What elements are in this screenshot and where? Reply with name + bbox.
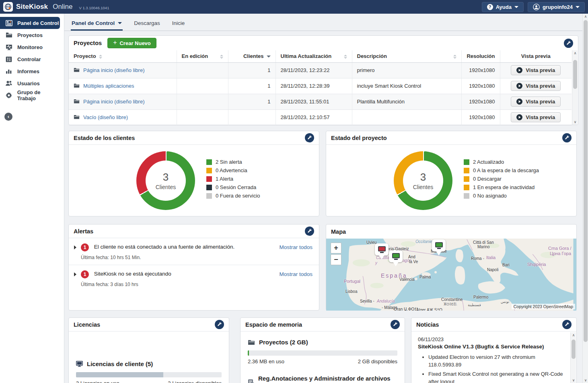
en-edicion-cell xyxy=(177,78,228,94)
news-content: 06/11/2023 SiteKiosk Online V1.3 (Bugfix… xyxy=(411,332,576,383)
legend-swatch xyxy=(206,176,212,182)
col-header-proyecto[interactable]: Proyecto xyxy=(69,50,177,62)
expand-triangle-icon[interactable] xyxy=(74,245,76,249)
news-bullet: Fixed Smart Kiosk Control not generating… xyxy=(428,371,566,383)
col-header-descripcion[interactable]: Descripción xyxy=(352,50,461,62)
sort-icon[interactable] xyxy=(453,55,456,59)
map-zoom-out-button[interactable]: − xyxy=(331,254,341,265)
clientes-cell: 1 xyxy=(228,78,275,94)
license-item-label: Licencias de cliente (5) xyxy=(87,360,153,367)
news-date: 06/11/2023 xyxy=(418,336,566,342)
sidebar-item-monitoreo[interactable]: Monitoreo xyxy=(0,41,60,53)
map-label: Crna Gora / xyxy=(548,246,571,251)
projects-table: Proyecto En edición Clientes Ultima Actu… xyxy=(69,50,572,126)
legend-label: 0 Advertencia xyxy=(216,167,247,173)
news-headline: SiteKiosk Online V1.3 (Bugfix & Service … xyxy=(418,344,566,350)
col-header-en-edicion[interactable]: En edición xyxy=(177,50,228,62)
legend-label: 0 No asignado xyxy=(473,193,507,199)
scroll-up-icon[interactable]: ∧ xyxy=(572,50,578,56)
scrollbar-thumb[interactable] xyxy=(573,60,577,89)
create-new-button[interactable]: + Crear Nuevo xyxy=(107,38,156,48)
scroll-up-icon[interactable]: ∧ xyxy=(583,14,588,19)
scrollbar-thumb[interactable] xyxy=(572,340,576,359)
table-row: Página inicio (diseño libre)128/11/2023,… xyxy=(69,94,572,109)
panel-title: Espacio de memoria xyxy=(245,321,302,328)
preview-button[interactable]: Vista previa xyxy=(511,81,561,91)
news-scrollbar[interactable]: ∧ ∨ xyxy=(570,332,576,383)
folder-icon xyxy=(74,83,80,89)
preview-button[interactable]: Vista previa xyxy=(511,97,561,107)
sidebar-item-usuarios[interactable]: Usuarios xyxy=(0,77,60,89)
sidebar-item-informes[interactable]: Informes xyxy=(0,65,60,77)
map-canvas[interactable]: + − Copyright 2023 OpenStreetMap UvieuVi… xyxy=(326,239,576,311)
project-name-link[interactable]: Múltiples aplicaciones xyxy=(83,83,134,89)
panel-settings-button[interactable] xyxy=(305,133,314,142)
legend-item: 1 En espera de inactividad xyxy=(464,184,539,190)
updated-cell: 28/11/2023, 11:55:01 xyxy=(275,94,352,109)
help-button[interactable]: ? Ayuda xyxy=(482,2,524,12)
project-name-link[interactable]: Vacío (diseño libre) xyxy=(83,114,128,120)
expand-triangle-icon[interactable] xyxy=(74,272,76,276)
tab-panel-de-control[interactable]: Panel de Control xyxy=(71,16,123,31)
map-label: Sevilla ◦ xyxy=(360,299,374,303)
tab-inicie[interactable]: Inicie xyxy=(171,16,186,31)
updated-cell: 28/11/2023, 12:10:57 xyxy=(275,109,352,125)
scrollbar-thumb[interactable] xyxy=(584,20,588,342)
sidebar-item-proyectos[interactable]: Proyectos xyxy=(0,29,60,41)
help-label: Ayuda xyxy=(496,4,512,10)
map-label: la Ve xyxy=(409,259,418,264)
legend-item: 2 Sin alerta xyxy=(206,159,260,165)
sort-icon[interactable] xyxy=(99,55,102,59)
col-header-ultima-actualizacion[interactable]: Ultima Actualización xyxy=(275,50,352,62)
page-scrollbar[interactable]: ∧ ∨ xyxy=(582,14,588,383)
panel-settings-button[interactable] xyxy=(564,39,573,48)
sort-icon[interactable] xyxy=(220,55,223,59)
table-row: Vacío (diseño libre)28/11/2023, 12:10:57… xyxy=(69,109,572,125)
alert-count-badge: 1 xyxy=(81,270,89,278)
panel-settings-button[interactable] xyxy=(305,227,314,236)
resolution-cell: 1920x1080 xyxy=(461,62,500,78)
table-scrollbar[interactable]: ∧ ∨ xyxy=(572,50,578,125)
sidebar-item-controlar[interactable]: Controlar xyxy=(0,53,60,65)
description-cell: incluye Smart Kiosk Control xyxy=(352,78,461,94)
en-edicion-cell xyxy=(177,94,228,109)
map-label: València xyxy=(399,277,415,282)
panel-settings-button[interactable] xyxy=(562,320,572,329)
map-label: Portugal xyxy=(344,279,360,284)
preview-button[interactable]: Vista previa xyxy=(511,65,561,75)
sidebar-collapse-button[interactable]: ‹ xyxy=(4,113,12,121)
storage-panel: Espacio de memoria Proyectos (2 GB) 2.36… xyxy=(240,317,405,383)
preview-button[interactable]: Vista previa xyxy=(511,112,561,122)
sidebar-item-grupo-de-trabajo[interactable]: Grupo de Trabajo xyxy=(0,89,60,101)
legend-item: 0 Sesión Cerrada xyxy=(206,184,260,190)
scroll-down-icon[interactable]: ∨ xyxy=(571,377,576,383)
licenses-available-label: 2 Licencias disponibles xyxy=(168,380,222,383)
panel-settings-button[interactable] xyxy=(215,320,224,329)
project-name-link[interactable]: Página inicio (diseño libre) xyxy=(83,99,144,105)
alert-count-badge: 1 xyxy=(81,243,89,251)
map-label: Roma ◦ xyxy=(471,256,484,261)
sort-desc-icon[interactable] xyxy=(267,56,271,58)
tab-label: Panel de Control xyxy=(72,20,115,26)
map-zoom-in-button[interactable]: + xyxy=(331,243,341,253)
project-name-link[interactable]: Página inicio (diseño libre) xyxy=(83,67,144,73)
resolution-cell: 1920x1080 xyxy=(461,94,500,109)
storage-progress-track xyxy=(248,350,397,356)
sort-icon[interactable] xyxy=(344,55,347,59)
map-label: Andalucía xyxy=(377,299,395,303)
main-content: Panel de Control Descargas Inicie Proyec… xyxy=(64,14,582,383)
scroll-up-icon[interactable]: ∧ xyxy=(571,332,576,338)
sidebar-item-panel-de-control[interactable]: Panel de Control xyxy=(0,17,60,29)
scroll-down-icon[interactable]: ∨ xyxy=(572,119,578,125)
show-all-link[interactable]: Mostrar todos xyxy=(279,271,313,277)
scroll-down-icon[interactable]: ∨ xyxy=(583,377,588,383)
panel-settings-button[interactable] xyxy=(391,320,400,329)
col-header-clientes[interactable]: Clientes xyxy=(228,50,275,62)
show-all-link[interactable]: Mostrar todos xyxy=(279,244,313,250)
user-menu-button[interactable]: grupoinfo24 xyxy=(528,2,585,12)
map-label: Palermo xyxy=(473,295,488,299)
panel-settings-button[interactable] xyxy=(562,133,572,142)
map-label: Bari xyxy=(502,263,510,267)
legend-item: 2 Actualizado xyxy=(464,159,539,165)
tab-descargas[interactable]: Descargas xyxy=(133,16,161,31)
